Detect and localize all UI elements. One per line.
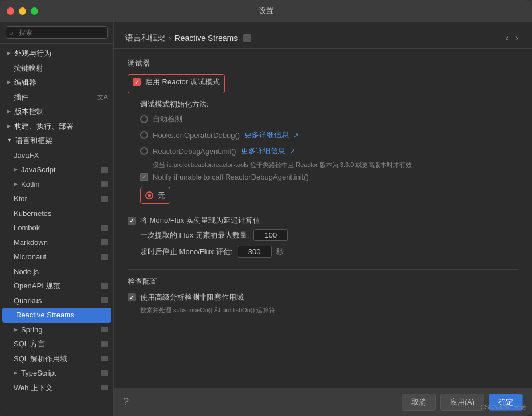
search-input[interactable] [6, 26, 108, 39]
debugger-section-title: 调试器 [128, 58, 518, 68]
enable-reactor-debug-checkbox[interactable] [133, 78, 141, 86]
minimize-button[interactable] [19, 7, 26, 15]
sidebar-item-ktor[interactable]: Ktor [0, 191, 113, 206]
sidebar-list: ▶ 外观与行为 按键映射 ▶ 编辑器 插件 文A [0, 44, 113, 416]
pin-icon [243, 34, 251, 42]
sidebar-item-markdown[interactable]: Markdown [0, 235, 113, 250]
radio-auto: 自动检测 [140, 113, 518, 125]
blocking-label: 使用高级分析检测非阻塞作用域 [140, 292, 244, 303]
inspection-section: 检查配置 使用高级分析检测非阻塞作用域 搜索并处理 subscribeOn() … [128, 276, 518, 315]
sidebar-item-editor[interactable]: ▶ 编辑器 [0, 75, 113, 90]
max-elements-row: 一次提取的 Flux 元素的最大数量: [140, 229, 518, 241]
nav-back-button[interactable]: ‹ [503, 32, 510, 44]
sidebar-item-sql-resolve[interactable]: SQL 解析作用域 [0, 352, 113, 366]
cancel-button[interactable]: 取消 [402, 394, 436, 411]
enable-reactor-debug-row: 启用 Reactor 调试模式 [133, 77, 220, 87]
sidebar-item-sql-dialect[interactable]: SQL 方言 [0, 337, 113, 352]
titlebar: 设置 [0, 0, 532, 22]
sidebar-item-appearance[interactable]: ▶ 外观与行为 [0, 46, 113, 61]
plugin-icon [101, 297, 108, 303]
breadcrumb-parent: 语言和框架 [125, 33, 165, 43]
radio-auto-label: 自动检测 [153, 114, 182, 124]
enable-reactor-debug-label: 启用 Reactor 调试模式 [145, 77, 220, 87]
sidebar-item-lang[interactable]: ▼ 语言和框架 [0, 133, 113, 148]
chevron-icon: ▶ [7, 123, 11, 130]
sidebar-item-lombok[interactable]: Lombok [0, 221, 113, 235]
chevron-icon: ▶ [7, 79, 11, 87]
sidebar-item-keymap[interactable]: 按键映射 [0, 61, 113, 76]
chevron-open-icon: ▼ [7, 137, 12, 145]
close-button[interactable] [7, 7, 14, 15]
chevron-icon: ▶ [14, 369, 18, 377]
radio-hooks-button[interactable] [140, 131, 148, 139]
max-elements-input[interactable] [253, 229, 288, 241]
agent-more-info-link[interactable]: 更多详细信息 [241, 146, 285, 156]
plugin-icon [101, 370, 108, 376]
sidebar-item-kotlin[interactable]: ▶ Kotlin [0, 177, 113, 192]
sidebar-item-plugins[interactable]: 插件 文A [0, 90, 113, 105]
plugin-icon [101, 254, 108, 260]
sidebar-item-vcs[interactable]: ▶ 版本控制 [0, 104, 113, 119]
sidebar-item-reactive-streams[interactable]: Reactive Streams [2, 308, 111, 323]
notify-row: Notify if unable to call ReactorDebugAge… [140, 173, 518, 181]
timeout-unit: 秒 [276, 247, 284, 257]
plugin-icon [101, 356, 108, 361]
sidebar-item-javafx[interactable]: JavaFX [0, 148, 113, 163]
notify-checkbox[interactable] [140, 173, 148, 181]
sidebar-item-web-context[interactable]: Web 上下文 [0, 381, 113, 395]
notify-label: Notify if unable to call ReactorDebugAge… [153, 173, 309, 181]
show-mono-flux-row: 将 Mono/Flux 实例呈现为延迟计算值 [128, 215, 518, 226]
sidebar-item-kubernetes[interactable]: Kubernetes [0, 206, 113, 221]
content-header: 语言和框架 › Reactive Streams ‹ › [114, 22, 532, 49]
help-icon[interactable]: ? [123, 396, 129, 408]
external-link-icon: ↗ [293, 132, 298, 139]
blocking-checkbox[interactable] [128, 293, 136, 301]
nav-forward-button[interactable]: › [513, 32, 521, 44]
chevron-icon: ▶ [14, 326, 18, 334]
plugin-icon [101, 181, 108, 187]
hooks-more-info-link[interactable]: 更多详细信息 [244, 130, 289, 140]
search-icon: ⌕ [9, 29, 13, 36]
show-mono-flux-checkbox[interactable] [128, 217, 136, 225]
external-link-icon2: ↗ [290, 148, 295, 155]
radio-none-button[interactable] [145, 191, 153, 199]
chevron-icon: ▶ [7, 108, 11, 116]
chevron-icon: ▶ [14, 181, 18, 189]
sidebar-item-spring[interactable]: ▶ Spring [0, 323, 113, 337]
radio-none: 无 [145, 189, 165, 202]
plugin-icon [101, 196, 108, 202]
debug-init-label: 调试模式初始化方法: [140, 99, 518, 109]
radio-hooks: Hooks.onOperatorDebug() 更多详细信息 ↗ [140, 129, 518, 141]
debug-method-radio-group: 自动检测 Hooks.onOperatorDebug() 更多详细信息 ↗ [140, 113, 518, 204]
sidebar-item-typescript[interactable]: ▶ TypeScript [0, 366, 113, 381]
chevron-icon: ▶ [14, 166, 18, 174]
breadcrumb: 语言和框架 › Reactive Streams [125, 33, 251, 43]
sidebar-item-openapi[interactable]: OpenAPI 规范 [0, 279, 113, 293]
sidebar-item-quarkus[interactable]: Quarkus [0, 293, 113, 308]
radio-agent: ReactorDebugAgent.init() 更多详细信息 ↗ [140, 145, 518, 157]
radio-agent-button[interactable] [140, 147, 148, 155]
sidebar-item-build[interactable]: ▶ 构建、执行、部署 [0, 119, 113, 134]
blocking-hint: 搜索并处理 subscribeOn() 和 publishOn() 运算符 [140, 306, 518, 315]
plugin-icon [101, 283, 108, 289]
search-box: ⌕ [0, 22, 113, 44]
sidebar-item-micronaut[interactable]: Micronaut [0, 250, 113, 264]
section-divider [128, 269, 518, 270]
breadcrumb-separator: › [169, 34, 171, 43]
timeout-input[interactable] [238, 246, 272, 258]
plugin-icon [101, 341, 108, 347]
main-content: ⌕ ▶ 外观与行为 按键映射 ▶ 编辑器 [0, 22, 532, 416]
watermark: CSDN @K_米诺 [480, 403, 526, 411]
radio-hooks-label: Hooks.onOperatorDebug() [153, 131, 240, 140]
sidebar: ⌕ ▶ 外观与行为 按键映射 ▶ 编辑器 [0, 22, 114, 416]
sidebar-item-javascript[interactable]: ▶ JavaScript [0, 162, 113, 177]
plugin-icon [101, 239, 108, 245]
sidebar-item-nodejs[interactable]: Node.js [0, 264, 113, 279]
translate-icon: 文A [97, 92, 108, 102]
apply-button[interactable]: 应用(A) [440, 394, 484, 411]
maximize-button[interactable] [31, 7, 38, 15]
flux-section: 将 Mono/Flux 实例呈现为延迟计算值 一次提取的 Flux 元素的最大数… [128, 215, 518, 258]
breadcrumb-current: Reactive Streams [175, 34, 238, 43]
radio-auto-button[interactable] [140, 115, 148, 123]
plugin-icon [101, 225, 108, 231]
